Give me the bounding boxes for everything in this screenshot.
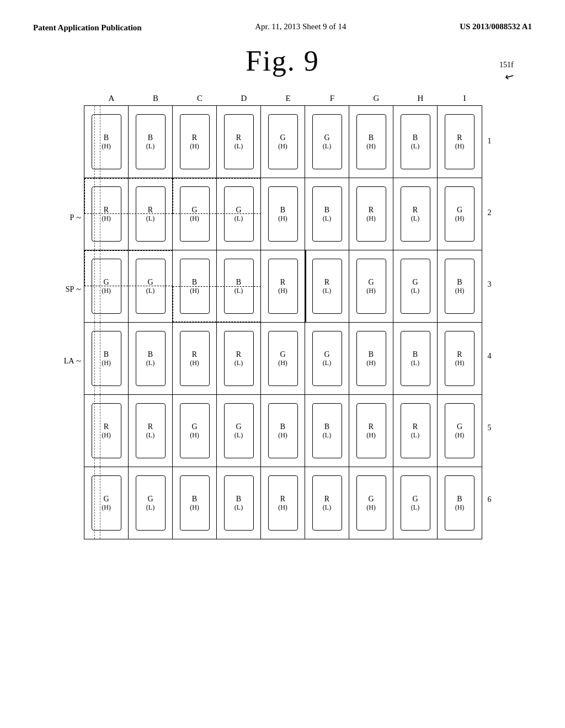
- cell-4-D: R (L): [217, 323, 261, 394]
- pixel-grid: B (H) B (L) R (H): [84, 105, 482, 539]
- cell-2-F: B (L): [305, 178, 349, 250]
- cell-6-A: G (H): [84, 467, 129, 539]
- cell-2-I: G (H): [438, 178, 482, 250]
- row-label-3: 3: [482, 249, 499, 320]
- grid-row-6: G (H) G (L) B (H): [84, 467, 482, 539]
- cell-6-C: B (H): [173, 467, 217, 539]
- header-center: Apr. 11, 2013 Sheet 9 of 14: [255, 22, 346, 31]
- row-label-5: 5: [482, 392, 499, 464]
- grid-row-1: B (H) B (L) R (H): [84, 106, 482, 178]
- label-P: P~: [70, 213, 81, 223]
- publication-label: Patent Application Publication: [33, 23, 142, 32]
- cell-6-G: G (H): [349, 467, 393, 539]
- cell-2-A: R (H): [84, 178, 129, 250]
- cell-3-B: G (L): [129, 250, 173, 322]
- right-labels: 1 2 3 4 5 6: [482, 105, 499, 539]
- cell-1-G: B (H): [349, 106, 393, 178]
- col-header-G: G: [354, 94, 398, 103]
- grid-row-4: B (H) B (L) R (H): [84, 323, 482, 395]
- cell-6-F: R (L): [305, 467, 349, 539]
- cell-5-F: B (L): [305, 395, 349, 467]
- subpixel-1-A: B (H): [92, 114, 121, 169]
- cell-3-G: G (H): [349, 250, 393, 322]
- cell-4-F: G (L): [305, 323, 349, 394]
- cell-3-A: G (H): [84, 250, 129, 322]
- page: Patent Application Publication Apr. 11, …: [0, 0, 565, 728]
- cell-2-G: R (H): [349, 178, 393, 250]
- row-label-2: 2: [482, 177, 499, 249]
- grid-with-labels: P~ SP~ LA~: [56, 105, 509, 539]
- col-header-H: H: [398, 94, 443, 103]
- cell-1-F: G (L): [305, 106, 349, 178]
- cell-5-G: R (H): [349, 395, 393, 467]
- col-header-B: B: [134, 94, 178, 103]
- label-SP: SP~: [66, 285, 81, 295]
- cell-4-B: B (L): [129, 323, 173, 394]
- col-header-E: E: [266, 94, 310, 103]
- row-label-4: 4: [482, 320, 499, 392]
- grid-row-2: R (H) R (L) G: [84, 178, 482, 250]
- cell-3-C: B (H): [173, 250, 217, 322]
- left-labels: P~ SP~ LA~: [56, 105, 84, 539]
- cell-3-I: B (H): [438, 250, 482, 322]
- cell-5-I: G (H): [438, 395, 482, 467]
- col-header-A: A: [89, 94, 134, 103]
- cell-2-H: R (L): [393, 178, 438, 250]
- cell-6-D: B (L): [217, 467, 261, 539]
- cell-3-F: R (L): [305, 250, 349, 322]
- cell-1-I: R (H): [438, 106, 482, 178]
- label-LA: LA~: [64, 356, 81, 366]
- cell-3-E: R (H): [261, 250, 305, 322]
- cell-1-E: G (H): [261, 106, 305, 178]
- cell-2-B: R (L): [129, 178, 173, 250]
- patent-number-label: US 2013/0088532 A1: [460, 22, 532, 31]
- cell-4-G: B (H): [349, 323, 393, 394]
- cell-5-E: B (H): [261, 395, 305, 467]
- grid-row-3: G (H) G (L) B (H): [84, 250, 482, 323]
- col-header-I: I: [443, 94, 487, 103]
- date-sheet-label: Apr. 11, 2013 Sheet 9 of 14: [255, 22, 346, 31]
- header-right: US 2013/0088532 A1: [460, 22, 532, 31]
- row-label-1: 1: [482, 105, 499, 177]
- cell-4-E: G (H): [261, 323, 305, 394]
- cell-2-D: G (L): [217, 178, 261, 250]
- cell-3-H: G (L): [393, 250, 438, 322]
- cell-1-A: B (H): [84, 106, 129, 178]
- cell-4-A: B (H): [84, 323, 129, 394]
- cell-1-B: B (L): [129, 106, 173, 178]
- cell-2-E: B (H): [261, 178, 305, 250]
- cell-2-C: G (H): [173, 178, 217, 250]
- cell-5-A: R (H): [84, 395, 129, 467]
- cell-1-H: B (L): [393, 106, 438, 178]
- figure-title: Fig. 9: [33, 45, 532, 77]
- cell-4-I: R (H): [438, 323, 482, 394]
- row-label-6: 6: [482, 464, 499, 536]
- cell-5-C: G (H): [173, 395, 217, 467]
- cell-5-B: R (L): [129, 395, 173, 467]
- cell-4-C: R (H): [173, 323, 217, 394]
- cell-1-C: R (H): [173, 106, 217, 178]
- col-header-D: D: [222, 94, 266, 103]
- cell-6-B: G (L): [129, 467, 173, 539]
- col-header-C: C: [178, 94, 222, 103]
- cell-4-H: B (L): [393, 323, 438, 394]
- ref-label-151f: 151f ↙: [499, 61, 514, 83]
- col-header-F: F: [310, 94, 354, 103]
- cell-5-D: G (L): [217, 395, 261, 467]
- grid-row-5: R (H) R (L) G (H): [84, 395, 482, 467]
- header-left: Patent Application Publication: [33, 22, 142, 34]
- cell-6-H: G (L): [393, 467, 438, 539]
- cell-5-H: R (L): [393, 395, 438, 467]
- header: Patent Application Publication Apr. 11, …: [33, 22, 532, 34]
- column-headers: A B C D E F G H I: [89, 94, 509, 103]
- diagram-area: 151f ↙ A B C D E F G H I P~: [56, 94, 509, 539]
- cell-1-D: R (L): [217, 106, 261, 178]
- cell-6-E: R (H): [261, 467, 305, 539]
- cell-3-D: B (L): [217, 250, 261, 322]
- cell-6-I: B (H): [438, 467, 482, 539]
